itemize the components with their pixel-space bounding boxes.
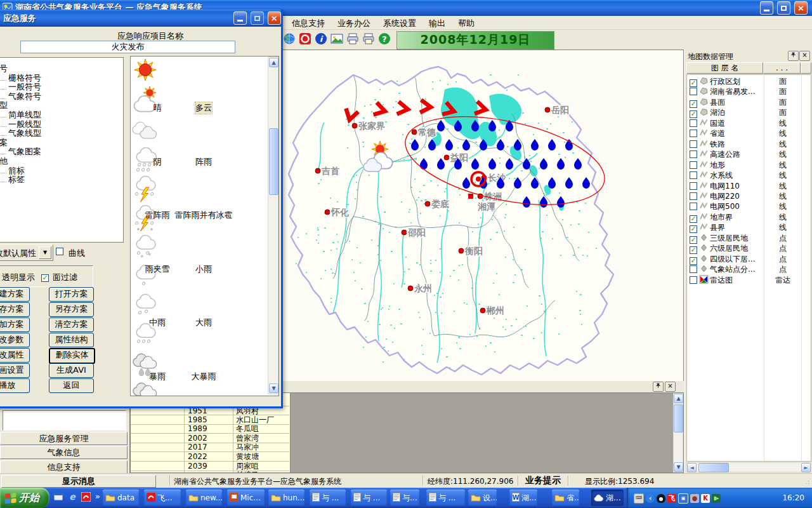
layer-row-六级居民地[interactable]: ✓六级居民地点 bbox=[687, 243, 811, 253]
weather-icon-cloud-lightning[interactable] bbox=[131, 173, 160, 203]
taskbar-button-与...[interactable]: 与... bbox=[390, 490, 419, 506]
layer-row-三级居民地[interactable]: ✓三级居民地点 bbox=[687, 233, 811, 243]
info-icon[interactable]: i bbox=[315, 32, 327, 47]
table-row[interactable]: 2022黄坡塘 bbox=[131, 452, 289, 462]
menu-item-系统设置[interactable]: 系统设置 bbox=[377, 16, 422, 31]
weather-icon-sun[interactable] bbox=[131, 57, 160, 86]
pin-icon[interactable] bbox=[788, 51, 799, 61]
button-新建方案[interactable]: 新建方案 bbox=[0, 287, 30, 302]
button-动画设置[interactable]: 动画设置 bbox=[0, 363, 30, 378]
chevron-down-icon[interactable]: ▼ bbox=[39, 246, 51, 259]
fetion-icon[interactable]: 飞 bbox=[665, 494, 676, 503]
face-filter-checkbox[interactable]: ✓ bbox=[41, 272, 49, 282]
scroll-up-icon[interactable]: ▲ bbox=[269, 58, 278, 67]
button-删除实体[interactable]: 删除实体 bbox=[49, 348, 95, 364]
column-header-more[interactable]: . . . bbox=[763, 62, 801, 74]
taskbar-button-湖...[interactable]: W湖... bbox=[509, 490, 537, 506]
layer-row-四级以下居...[interactable]: ✓四级以下居...点 bbox=[687, 254, 811, 264]
layer-row-湖南省易发...[interactable]: 湖南省易发...面 bbox=[687, 86, 811, 97]
weather-label-雷阵雨[interactable]: 雷阵雨 bbox=[145, 210, 170, 221]
layer-row-高速公路[interactable]: 高速公路线 bbox=[687, 149, 811, 159]
tree-item-其他[interactable]: 其他 bbox=[0, 157, 8, 166]
quick-launch-more[interactable]: » bbox=[95, 492, 100, 501]
scroll-thumb[interactable] bbox=[269, 128, 278, 195]
fetion-icon[interactable] bbox=[81, 492, 91, 504]
layer-row-地形[interactable]: 地形线 bbox=[687, 160, 811, 170]
nav-list-box[interactable] bbox=[3, 410, 126, 431]
tree-item-线型[interactable]: 线型 bbox=[0, 101, 8, 110]
scroll-right-icon[interactable]: ► bbox=[801, 463, 811, 472]
layer-row-雷达图[interactable]: 雷达图雷达 bbox=[687, 275, 811, 285]
tree-item-气象图案[interactable]: 气象图案 bbox=[1, 147, 41, 156]
taskbar-button-Mic...[interactable]: Mic... bbox=[227, 490, 265, 506]
taskbar-button-飞...[interactable]: 飞... bbox=[144, 490, 181, 506]
status-hint[interactable]: 业务提示 bbox=[525, 475, 561, 486]
layer-row-电网500[interactable]: 电网500线 bbox=[687, 201, 811, 211]
horizontal-scrollbar[interactable]: ◄ ► bbox=[686, 462, 811, 472]
dialog-titlebar[interactable]: 应急服务 × bbox=[0, 10, 281, 27]
image-icon[interactable] bbox=[331, 32, 343, 47]
status-message[interactable]: 显示消息 bbox=[1, 475, 156, 488]
table-row[interactable]: 2039周家咀 bbox=[131, 462, 289, 471]
globe-icon[interactable] bbox=[283, 32, 296, 47]
weather-icon-clouds[interactable] bbox=[131, 115, 160, 144]
tree-item-栅格符号[interactable]: 栅格符号 bbox=[1, 74, 41, 83]
weather-label-晴[interactable]: 晴 bbox=[154, 102, 162, 114]
close-icon[interactable]: × bbox=[799, 51, 810, 61]
help-icon[interactable]: ? bbox=[378, 32, 391, 47]
weather-label-阴[interactable]: 阴 bbox=[154, 156, 162, 168]
scroll-left-icon[interactable]: ◄ bbox=[687, 463, 697, 472]
weather-icon-cloud-sleet[interactable]: ** bbox=[131, 232, 160, 261]
column-header-extra[interactable] bbox=[801, 62, 811, 74]
tree-item-气象线型[interactable]: 气象线型 bbox=[1, 129, 41, 138]
tree-item-箭标[interactable]: 箭标 bbox=[1, 166, 25, 175]
taskbar-button-hun...[interactable]: hun... bbox=[268, 490, 304, 506]
hunan-map[interactable]: 张家界常德岳阳吉首益阳长沙株洲湘潭娄底怀化邵阳衡阳永州郴州 bbox=[282, 50, 682, 380]
layer-row-铁路[interactable]: 铁路线 bbox=[687, 139, 811, 149]
close-button[interactable]: × bbox=[268, 11, 281, 25]
weather-label-多云[interactable]: 多云 bbox=[195, 102, 212, 114]
button-清空方案[interactable]: 清空方案 bbox=[49, 318, 94, 332]
weather-label-暴雨[interactable]: 暴雨 bbox=[149, 371, 166, 382]
scroll-up-icon[interactable]: ▲ bbox=[674, 394, 683, 403]
curve-checkbox[interactable] bbox=[56, 247, 63, 256]
layer-row-国道[interactable]: 国道线 bbox=[687, 118, 811, 128]
start-button[interactable]: 开始 bbox=[0, 488, 49, 508]
maximize-button[interactable] bbox=[251, 11, 264, 25]
menu-item-信息支持[interactable]: 信息支持 bbox=[285, 16, 331, 31]
keyboard-icon[interactable]: ⌨ bbox=[632, 494, 644, 503]
taskbar-button-设...[interactable]: 设... bbox=[468, 490, 497, 506]
button-生成AVI[interactable]: 生成AVI bbox=[49, 363, 94, 378]
taskbar-button-与 ...[interactable]: 与 ... bbox=[351, 490, 387, 506]
layer-row-省道[interactable]: 省道线 bbox=[687, 128, 811, 138]
monitor-icon[interactable]: ▮▸ bbox=[710, 494, 721, 503]
taskbar-button-与 ...[interactable]: 与 ... bbox=[426, 490, 465, 506]
layer-row-水系线[interactable]: 水系线线 bbox=[687, 170, 811, 180]
layer-row-县界[interactable]: ✓县界线 bbox=[687, 222, 811, 232]
scroll-down-icon[interactable]: ▼ bbox=[269, 384, 278, 393]
layer-row-电网110[interactable]: 电网110线 bbox=[687, 181, 811, 191]
button-添加方案[interactable]: 添加方案 bbox=[0, 318, 30, 332]
taskbar-button-湖...[interactable]: 湖... bbox=[591, 490, 624, 506]
weather-label-小雨[interactable]: 小雨 bbox=[195, 264, 212, 275]
minimize-button[interactable] bbox=[760, 1, 773, 15]
project-name-input[interactable] bbox=[20, 41, 235, 53]
close-button[interactable]: × bbox=[794, 1, 808, 15]
taskbar-button-省...[interactable]: 省... bbox=[552, 490, 579, 506]
weather-label-雷阵雨并有冰雹[interactable]: 雷阵雨并有冰雹 bbox=[175, 210, 233, 221]
devices-icon[interactable]: ● bbox=[688, 494, 699, 503]
network-icon[interactable]: ▣ bbox=[676, 494, 688, 503]
taskbar-button-data[interactable]: data bbox=[103, 490, 139, 506]
tree-item-气象符号[interactable]: 气象符号 bbox=[1, 92, 41, 101]
weather-label-雨夹雪[interactable]: 雨夹雪 bbox=[145, 264, 170, 275]
button-打开方案[interactable]: 打开方案 bbox=[49, 287, 94, 302]
layer-row-气象站点分...[interactable]: 气象站点分...点 bbox=[687, 264, 811, 274]
layer-row-行政区划[interactable]: ✓行政区划面 bbox=[687, 76, 811, 86]
tree-item-图案[interactable]: 图案 bbox=[0, 138, 8, 147]
default-attr-dropdown[interactable]: 修改默认属性 ▼ bbox=[0, 244, 53, 261]
stop-icon[interactable] bbox=[299, 32, 311, 47]
weather-label-中雨[interactable]: 中雨 bbox=[149, 317, 166, 328]
button-属性结构[interactable]: 属性结构 bbox=[49, 333, 94, 347]
menu-item-业务办公[interactable]: 业务办公 bbox=[331, 16, 377, 31]
button-修改参数[interactable]: 修改参数 bbox=[0, 333, 30, 347]
